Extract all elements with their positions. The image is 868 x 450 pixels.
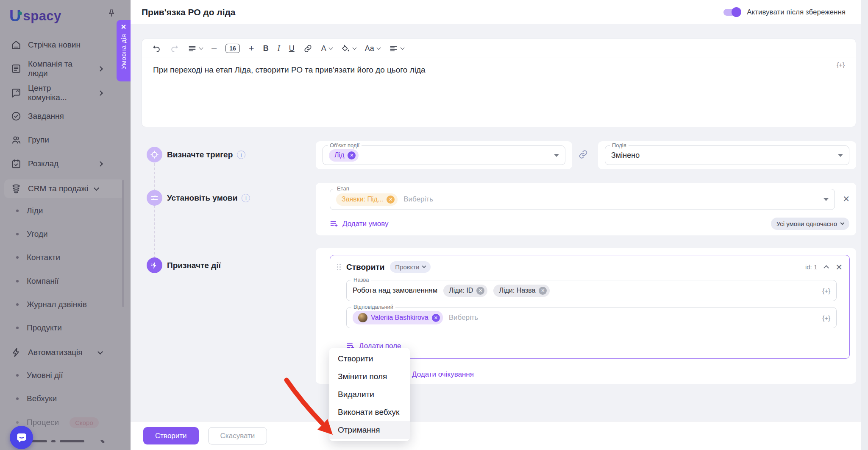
entity-select[interactable]: Проєкти [390,261,431,273]
chip-remove-icon[interactable]: ✕ [539,287,547,295]
sidebar-item-schedule[interactable]: Розклад [0,155,125,173]
chip-remove-icon[interactable]: ✕ [432,314,440,322]
field-label: Об'єкт події [328,142,362,148]
sidebar-item-products[interactable]: Продукти [0,319,125,337]
chat-smile-icon [15,431,28,444]
page-scrollbar[interactable] [861,0,868,450]
stage-placeholder: Виберіть [403,195,433,204]
responsible-field[interactable]: Відповідальний Valeriia Bashkirova✕ Вибе… [346,307,837,328]
sidebar-item-groups[interactable]: Групи [0,131,125,149]
sidebar-item-call-log[interactable]: Журнал дзвінків [0,296,125,313]
remove-action-button[interactable]: ✕ [835,263,843,271]
insert-variable-button[interactable]: {+} [822,314,830,321]
responsible-chip: Valeriia Bashkirova✕ [353,311,443,324]
sidebar-item-company[interactable]: Компанія та люди [0,60,125,78]
typography-button[interactable]: Aa [365,44,380,53]
pin-sidebar-icon[interactable] [107,8,116,20]
sidebar-item-contacts[interactable]: Контакти [0,249,125,266]
actions-step-label: Призначте дії [167,261,221,270]
event-object-select[interactable]: Об'єкт події Лід✕ [323,145,565,165]
conditions-card: Етап Заявки: Під...✕ Виберіть ✕ Додати у… [316,183,856,235]
drag-handle-icon[interactable] [337,264,341,270]
actions-step-icon [147,257,162,273]
increase-font-button[interactable]: + [249,43,254,54]
modal-footer: Створити Скасувати [131,421,868,450]
font-size-value[interactable]: 16 [225,44,240,53]
underline-button[interactable]: U [289,44,295,53]
sidebar-item-label: Компанія та люди [28,59,92,78]
sidebar-item-crm[interactable]: CRM та продажі [4,179,124,198]
avatar [358,313,367,322]
link-connection-icon[interactable] [578,149,588,161]
italic-button[interactable]: I [278,44,280,53]
bullet-icon [16,256,19,259]
chevron-down-icon [97,349,103,355]
action-id: id: 1 [805,263,817,271]
remove-condition-button[interactable]: ✕ [843,195,850,203]
sidebar-item-newsfeed[interactable]: Стрічка новин [0,36,125,54]
logo-mark: U [9,7,20,25]
bullet-icon [16,210,19,212]
conditional-action-tab[interactable]: ✕ Умовна дія [117,20,131,81]
chevron-right-icon [97,66,103,72]
sidebar: U spacy Стрічка новин Компанія та люди Ц… [0,0,131,450]
text-color-button[interactable]: A [321,44,332,53]
insert-link-button[interactable] [303,44,312,53]
description-text[interactable]: При переході на етап Ліда, створити РО т… [142,58,856,82]
add-wait-button[interactable]: Додати очікування [412,370,474,379]
chip-remove-icon[interactable]: ✕ [348,151,356,159]
decrease-font-button[interactable]: – [211,43,217,54]
select-arrow-icon [838,154,843,157]
line-spacing-button[interactable] [188,44,203,53]
stage-select[interactable]: Етап Заявки: Під...✕ Виберіть [330,189,835,210]
align-button[interactable] [389,44,404,53]
logo-dot-icon [18,11,22,15]
chip-remove-icon[interactable]: ✕ [387,196,395,204]
sidebar-item-label: Завдання [28,112,64,121]
name-value: Робота над замовленням [353,286,437,295]
sidebar-item-webhooks[interactable]: Вебхуки [0,390,125,408]
name-field[interactable]: Назва Робота над замовленням Ліди: ID✕ Л… [346,280,837,301]
chevron-down-icon [328,45,333,50]
chat-launcher-button[interactable] [10,426,33,449]
cancel-button[interactable]: Скасувати [208,427,267,444]
sidebar-item-tasks[interactable]: Завдання [0,107,125,125]
tab-label: Умовна дія [120,34,128,69]
conditions-mode-select[interactable]: Усі умови одночасно [771,218,849,230]
conditions-step-label: Установіть умовиi [167,193,250,203]
info-icon[interactable]: i [237,151,245,159]
event-select[interactable]: Подія Змінено [605,145,849,165]
sidebar-scrollbar[interactable] [122,180,124,307]
create-button[interactable]: Створити [143,427,199,444]
app-logo[interactable]: U spacy [9,7,61,25]
field-label: Подія [610,142,629,148]
action-header: Створити Проєкти id: 1 ✕ [337,261,843,273]
insert-variable-button[interactable]: {+} [822,287,830,294]
bold-button[interactable]: B [263,44,269,53]
close-icon[interactable]: ✕ [121,24,126,31]
collapse-icon[interactable] [823,265,829,271]
trigger-step-label: Визначте тригерi [167,150,245,159]
bullet-icon [16,303,19,306]
bullet-icon [16,233,19,235]
redo-button[interactable] [170,44,179,53]
insert-variable-button[interactable]: {+} [837,61,845,68]
sidebar-item-communications[interactable]: Центр комуніка... [0,84,125,102]
sidebar-item-automation[interactable]: Автоматизація [0,344,125,361]
info-icon[interactable]: i [242,194,250,202]
highlight-color-button[interactable] [341,44,356,53]
object-chip: Лід✕ [329,149,359,162]
chip-remove-icon[interactable]: ✕ [476,287,484,295]
undo-button[interactable] [152,44,161,53]
check-circle-icon [11,111,22,122]
sidebar-subitem-label: Процеси [27,418,59,427]
activate-toggle[interactable] [723,9,740,16]
sidebar-item-companies[interactable]: Компанії [0,272,125,290]
sidebar-item-leads[interactable]: Ліди [0,202,125,220]
editor-toolbar: – 16 + B I U A Aa [142,39,856,58]
variable-chip: Ліди: ID✕ [443,285,487,297]
menu-item-create[interactable]: Створити [329,350,410,368]
sidebar-item-deals[interactable]: Угоди [0,225,125,243]
sidebar-item-conditional-actions[interactable]: Умовні дії [0,366,125,384]
add-condition-button[interactable]: Додати умову [330,219,388,228]
